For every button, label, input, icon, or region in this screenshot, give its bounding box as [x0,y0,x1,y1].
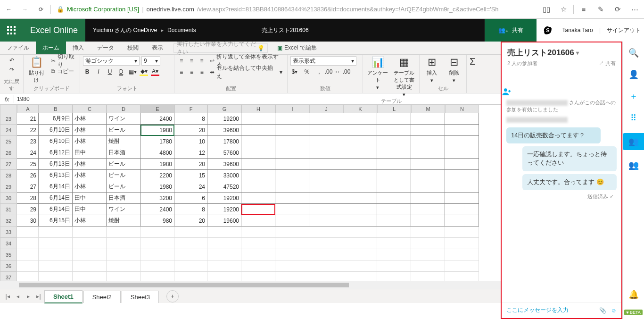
cell[interactable] [343,113,377,125]
cell[interactable] [309,136,343,147]
cell[interactable]: 27 [17,181,39,193]
cell[interactable] [107,238,140,249]
cell[interactable] [241,125,275,136]
add-sheet-button[interactable]: + [166,290,179,302]
cell[interactable] [309,215,343,227]
cell[interactable] [309,249,343,260]
cell[interactable] [174,238,207,249]
cell[interactable] [174,260,207,272]
cell[interactable] [39,227,73,238]
align-middle-button[interactable]: ≡ [188,57,196,65]
delete-cells-button[interactable]: ⊟削除▾ [445,56,464,84]
favorite-icon[interactable]: ☆ [556,5,570,14]
cell[interactable]: 6月9日 [39,113,73,125]
webnote-icon[interactable]: ✎ [594,5,608,14]
cell[interactable] [39,272,73,281]
cell[interactable]: 田中 [73,147,107,159]
percent-button[interactable]: % [303,67,311,76]
tell-me-search[interactable]: 実行したい作業を入力してください 💡 [173,43,268,53]
row-header[interactable]: 31 [0,204,17,215]
cell[interactable] [411,113,445,125]
video-call-button[interactable] [502,70,621,78]
cell[interactable]: ビール [107,159,140,170]
cell[interactable]: ビール [107,170,140,181]
align-left-button[interactable]: ≡ [177,68,186,76]
cell[interactable] [377,113,411,125]
rail-search-icon[interactable]: 🔍 [627,46,640,59]
cell[interactable] [275,272,309,281]
font-color-button[interactable]: A▾ [151,67,159,76]
cell[interactable]: ワイン [107,204,140,215]
row-header[interactable]: 34 [0,238,17,249]
cell[interactable]: 30 [17,215,39,227]
share-icon[interactable]: ⟳ [611,5,625,14]
cell[interactable] [107,249,140,260]
cell[interactable]: 6月13日 [39,159,73,170]
fill-color-button[interactable]: ◆▾ [140,67,148,76]
cell[interactable]: 6月14日 [39,181,73,193]
cell[interactable] [343,147,377,159]
cell[interactable] [17,227,39,238]
sheet-tab-1[interactable]: Sheet1 [44,290,83,303]
cell[interactable] [39,249,73,260]
tab-file[interactable]: ファイル [0,42,36,54]
row-header[interactable]: 33 [0,227,17,238]
cell[interactable] [343,136,377,147]
cell[interactable] [275,227,309,238]
cell[interactable] [207,238,241,249]
currency-button[interactable]: $▾ [290,67,299,76]
rail-chat-active-icon[interactable]: 👥 [623,133,644,150]
cell[interactable]: 1780 [140,136,174,147]
cell[interactable] [377,125,411,136]
cell[interactable] [377,272,411,281]
cell[interactable] [377,260,411,272]
cell[interactable]: 6月13日 [39,170,73,181]
cell[interactable] [377,147,411,159]
cell[interactable]: 小林 [73,170,107,181]
comma-button[interactable]: , [315,67,323,76]
cell[interactable] [174,249,207,260]
cell[interactable] [343,204,377,215]
signout-link[interactable]: サインアウト [607,26,641,34]
cell[interactable] [241,272,275,281]
row-header[interactable]: 24 [0,125,17,136]
cell[interactable] [275,260,309,272]
cell[interactable] [445,125,479,136]
cell[interactable] [241,181,275,193]
cell[interactable]: 39600 [207,125,241,136]
cell[interactable] [445,272,479,281]
cell[interactable] [445,249,479,260]
more-icon[interactable]: ⋯ [627,5,642,14]
cell[interactable]: 田中 [73,204,107,215]
cell[interactable] [309,125,343,136]
cell[interactable] [377,204,411,215]
cell[interactable] [275,147,309,159]
italic-button[interactable]: I [94,67,103,76]
cell[interactable] [445,215,479,227]
row-header[interactable]: 32 [0,215,17,227]
sheet-tab-3[interactable]: Sheet3 [122,291,159,303]
cell[interactable]: 6月15日 [39,215,73,227]
tab-review[interactable]: 校閲 [121,42,145,54]
row-header[interactable]: 27 [0,159,17,170]
cell[interactable] [207,260,241,272]
cell[interactable] [39,260,73,272]
merge-center-button[interactable]: ⬌セルを結合して中央揃え▾ [208,67,284,77]
cell[interactable] [343,260,377,272]
cell[interactable] [411,215,445,227]
cell[interactable] [275,249,309,260]
share-button[interactable]: 👥₊ 共有 [485,19,537,42]
font-name-select[interactable]: 游ゴシック▾ [83,56,140,66]
cell[interactable] [275,238,309,249]
cell[interactable] [241,159,275,170]
cell[interactable]: ビール [107,125,140,136]
cell[interactable]: 日本酒 [107,147,140,159]
cell[interactable] [207,272,241,281]
cell[interactable]: 25 [17,159,39,170]
reading-view-icon[interactable]: ▯▯ [539,5,553,14]
cell[interactable] [411,170,445,181]
cell[interactable] [73,227,107,238]
cell[interactable] [241,193,275,204]
cell[interactable] [241,147,275,159]
align-bottom-button[interactable]: ≡ [198,57,206,65]
